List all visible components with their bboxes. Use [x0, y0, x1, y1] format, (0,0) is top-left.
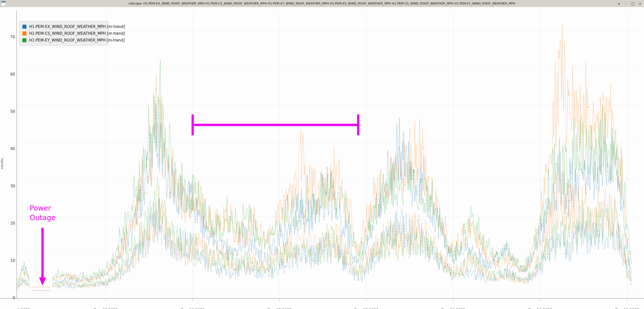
y-tick-label: 10 [0, 258, 15, 263]
window-menu-icon[interactable] [1, 1, 6, 7]
y-tick-label: 70 [0, 35, 15, 39]
legend-item: H1:PEM-EY_WIND_ROOF_WEATHER_MPH [m-trend… [22, 37, 105, 44]
maximize-button[interactable]: □ [631, 0, 635, 7]
x-tick-label: Dec 06 202516:23:34 UTC [180, 308, 206, 309]
x-tick-label: 4 202534 UTC [17, 308, 31, 309]
legend-item: H1:PEM-CS_WIND_ROOF_WEATHER_MPH [m-trend… [22, 30, 105, 37]
minimize-button[interactable]: – [624, 0, 628, 7]
legend-label: H1:PEM-CS_WIND_ROOF_WEATHER_MPH [m-trend… [29, 31, 125, 36]
y-tick-label: 20 [0, 221, 15, 226]
power-outage-arrow-head [39, 278, 46, 286]
x-tick-label: Dec 07 202516:23:34 UTC [267, 308, 292, 309]
trend-line [17, 24, 632, 286]
ndscope-window: ndscope: H1:PEM-EX_WIND_ROOF_WEATHER_MPH… [0, 0, 644, 309]
chart-canvas[interactable] [0, 7, 644, 309]
window-controls: ∧–□× [617, 0, 642, 7]
trend-line [17, 198, 632, 289]
legend-item: H1:PEM-EX_WIND_ROOF_WEATHER_MPH [m-trend… [22, 23, 105, 30]
y-tick-label: 0 [0, 296, 15, 300]
legend-label: H1:PEM-EX_WIND_ROOF_WEATHER_MPH [m-trend… [29, 24, 125, 29]
y-axis-label: counts [0, 155, 4, 173]
power-outage-annotation-label: PowerOutage [30, 203, 56, 223]
legend-swatch [22, 25, 26, 29]
power-outage-text-line: Outage [30, 213, 56, 223]
trend-line [17, 162, 632, 289]
x-tick-label: Dec 09 202516:23:34 UTC [441, 308, 466, 309]
x-tick-label: Dec 08 202516:23:34 UTC [354, 308, 379, 309]
shade-button[interactable]: ∧ [617, 0, 621, 7]
legend-label: H1:PEM-EY_WIND_ROOF_WEATHER_MPH [m-trend… [29, 38, 125, 43]
x-tick-label: Dec 10 202516:23:34 UTC [527, 308, 553, 309]
y-tick-label: 40 [0, 147, 15, 151]
close-button[interactable]: × [638, 0, 642, 7]
trend-line [17, 60, 632, 281]
legend-swatch [22, 31, 26, 36]
trend-line [17, 177, 632, 288]
y-tick-label: 50 [0, 109, 15, 114]
y-tick-label: 60 [0, 72, 15, 77]
legend-swatch [22, 38, 26, 42]
legend[interactable]: H1:PEM-EX_WIND_ROOF_WEATHER_MPH [m-trend… [20, 21, 108, 46]
y-tick-label: 30 [0, 184, 15, 188]
window-title: ndscope: H1:PEM-EX_WIND_ROOF_WEATHER_MPH… [129, 2, 515, 5]
power-outage-text-line: Power [30, 203, 56, 213]
plot-area[interactable]: counts 010203040506070 4 202534 UTCDec 0… [0, 7, 644, 309]
x-tick-label: Dec 05 202516:23:34 UTC [93, 308, 119, 309]
titlebar: ndscope: H1:PEM-EX_WIND_ROOF_WEATHER_MPH… [0, 0, 644, 7]
x-tick-label: Dec 11 202516:23:34 UTC [614, 308, 640, 309]
